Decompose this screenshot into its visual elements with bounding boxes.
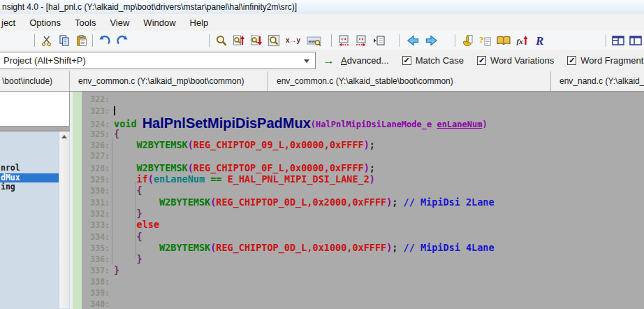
replace-button[interactable]: x→y	[284, 34, 302, 48]
line-content: }	[114, 264, 119, 275]
code-token: else	[137, 219, 160, 230]
r-logo-button[interactable]: R	[533, 34, 550, 48]
checkbox-icon[interactable]: ✓	[567, 56, 576, 65]
symbol-list-item[interactable]: dMux	[0, 173, 59, 183]
line-number: 340:	[82, 299, 110, 309]
code-line: 332: }	[82, 208, 644, 219]
code-token: (	[188, 162, 193, 173]
file-tab-4[interactable]: env_nand.c (Y:\alkaid_mp\boot\common	[551, 71, 644, 91]
code-token	[221, 173, 227, 185]
search-web-icon: www	[307, 34, 322, 47]
browse-symbol-icon	[461, 34, 474, 47]
menu-item-ject[interactable]: ject	[0, 15, 22, 30]
code-token: }	[137, 253, 142, 264]
code-editor[interactable]: 322:323:324:void HalPnlSetMipiDisPadMux(…	[82, 92, 644, 309]
checkbox-word-variations[interactable]: ✓Word Variations	[477, 55, 554, 66]
search-backward-button[interactable]	[232, 34, 246, 48]
browse-symbol-button[interactable]	[460, 34, 474, 48]
code-token: HalPnlMipiDsiLaneMode_e	[316, 120, 437, 129]
line-content: void HalPnlSetMipiDisPadMux(HalPnlMipiDs…	[114, 117, 488, 130]
search-forward-button[interactable]	[249, 34, 263, 48]
line-content: {	[114, 128, 119, 139]
code-token: ;	[369, 162, 375, 173]
code-token: enLaneNum	[437, 120, 482, 129]
line-number: 327:	[82, 150, 110, 161]
go-forward-button[interactable]	[424, 34, 439, 48]
replace-files-forward-button[interactable]	[354, 34, 368, 48]
code-token: // MipiDsi 4Lane	[404, 242, 495, 253]
window-layout-button[interactable]	[629, 34, 643, 48]
line-number: 332:	[82, 208, 110, 220]
symbol-filter-input[interactable]	[0, 92, 70, 127]
menu-item-view[interactable]: View	[103, 15, 136, 30]
line-number: 339:	[82, 287, 110, 299]
code-token: (	[148, 173, 154, 185]
window-split-button[interactable]	[611, 34, 625, 48]
checkbox-icon[interactable]: ✓	[402, 56, 411, 65]
svg-text:R: R	[535, 34, 543, 47]
cut-button[interactable]	[40, 34, 54, 48]
code-token: {	[137, 185, 142, 196]
code-token: ==	[210, 173, 221, 185]
menu-item-tools[interactable]: Tools	[68, 15, 103, 30]
chevron-down-icon[interactable]	[304, 59, 309, 63]
code-token: HalPnlSetMipiDisPadMux	[142, 115, 311, 131]
line-content: W2BYTEMSK(REG_CHIPTOP_0F_L,0x0000,0xFFFF…	[114, 162, 375, 173]
function-up-button[interactable]: fx	[515, 34, 529, 48]
search-web-button[interactable]: www	[306, 34, 323, 48]
menu-item-window[interactable]: Window	[136, 15, 182, 30]
go-back-button[interactable]	[405, 34, 420, 48]
window-split-icon	[612, 34, 624, 47]
context-help-button[interactable]: ?	[478, 34, 492, 48]
menu-item-help[interactable]: Help	[183, 15, 216, 30]
line-number: 331:	[82, 197, 110, 208]
file-tab-bar: \boot\include)env_common.c (Y:\alkaid_mp…	[0, 71, 644, 92]
paste-button[interactable]	[75, 34, 89, 48]
checkbox-icon[interactable]: ✓	[477, 56, 486, 65]
line-number: 325:	[82, 129, 110, 140]
context-help-icon: ?	[478, 34, 491, 47]
replace-files-back-button[interactable]	[337, 34, 351, 48]
scroll-up-button[interactable]	[59, 131, 69, 142]
file-tab-1[interactable]: \boot\include)	[0, 71, 70, 91]
search-icon	[215, 34, 228, 47]
search-results-button[interactable]	[372, 34, 386, 48]
search-files-button[interactable]	[267, 34, 281, 48]
copy-icon	[58, 34, 71, 47]
redo-button[interactable]	[115, 34, 129, 48]
references-button[interactable]	[495, 34, 512, 48]
line-content: if(enLaneNum == E_HAL_PNL_MIPI_DSI_LANE_…	[114, 173, 375, 185]
code-line: 331: W2BYTEMSK(REG_CHIPTOP_0D_L,0x2000,0…	[82, 196, 644, 208]
code-line: 336: }	[82, 253, 644, 264]
symbol-list-item[interactable]: nrol	[0, 164, 59, 173]
title-bar: nsight 4.0 - [hal_pnl.c (Y:\alkaid_mp\bo…	[0, 0, 644, 14]
checkbox-match-case[interactable]: ✓Match Case	[402, 55, 464, 66]
code-token: )	[369, 173, 375, 185]
code-token: ;	[392, 196, 403, 208]
references-icon	[496, 34, 511, 47]
toolbar: x→y www	[0, 31, 644, 50]
window-title: nsight 4.0 - [hal_pnl.c (Y:\alkaid_mp\bo…	[2, 2, 297, 12]
code-line: 327:	[82, 150, 644, 161]
search-results-icon	[372, 34, 385, 47]
code-line: 326: W2BYTEMSK(REG_CHIPTOP_09_L,0x0000,0…	[82, 139, 644, 150]
line-number: 323:	[82, 106, 110, 117]
file-tab-3[interactable]: env_common.c (Y:\alkaid_stable\boot\comm…	[268, 71, 551, 91]
file-tab-2[interactable]: env_common.c (Y:\alkaid_mp\boot\common)	[70, 71, 268, 91]
search-button[interactable]	[214, 34, 228, 48]
menu-item-options[interactable]: Options	[22, 15, 68, 30]
toolbar-separator	[331, 34, 332, 47]
toolbar-separator	[400, 34, 401, 47]
copy-button[interactable]	[57, 34, 71, 48]
line-number: 335:	[82, 243, 110, 254]
symbol-list-scrollbar[interactable]	[59, 131, 69, 308]
search-bar: Project (Alt+Shift+P) → Advanced... ✓Mat…	[0, 50, 644, 71]
advanced-button[interactable]: Advanced...	[341, 55, 389, 66]
redo-icon	[116, 34, 129, 47]
search-input[interactable]: Project (Alt+Shift+P)	[0, 52, 316, 69]
code-token: (	[188, 139, 193, 150]
symbol-list-item[interactable]: ing	[0, 182, 59, 192]
checkbox-word-fragments[interactable]: ✓Word Fragments	[567, 55, 644, 66]
search-go-button[interactable]: →	[323, 55, 335, 66]
undo-button[interactable]	[98, 34, 112, 48]
